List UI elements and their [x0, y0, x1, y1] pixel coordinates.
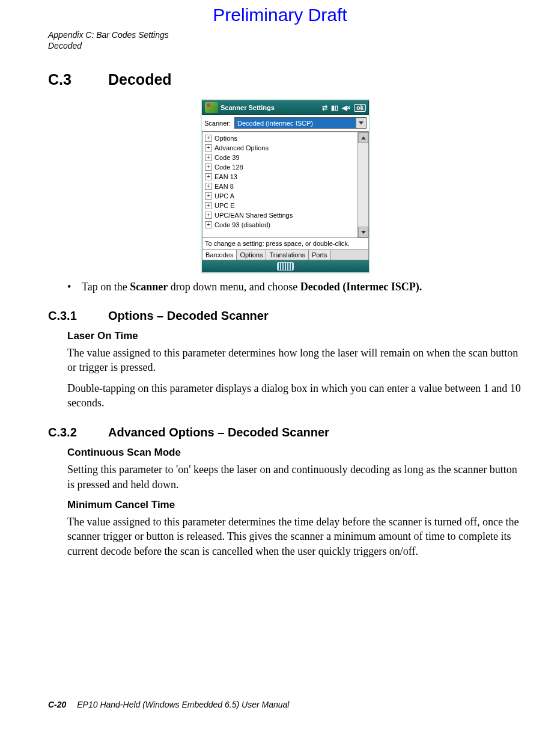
text-run: Tap on the [82, 281, 130, 293]
expand-icon[interactable]: + [205, 221, 212, 228]
tree-item-label: Code 128 [215, 164, 243, 171]
tab-translations[interactable]: Translations [266, 250, 309, 260]
header-line1: Appendix C: Bar Codes Settings [48, 30, 169, 41]
tree-item[interactable]: +UPC E [204, 201, 358, 210]
tree-item[interactable]: +EAN 8 [204, 182, 358, 191]
running-header: Appendix C: Bar Codes Settings Decoded [48, 30, 169, 51]
tab-options[interactable]: Options [237, 250, 266, 260]
embedded-screenshot: Scanner Settings ⇄ ▮▯ ◀× ok Scanner: Dec… [201, 99, 370, 274]
instruction-bullet: • Tap on the Scanner drop down menu, and… [67, 281, 523, 293]
chevron-down-icon[interactable] [356, 118, 366, 128]
tree-item-label: UPC/EAN Shared Settings [215, 212, 293, 219]
scroll-track[interactable] [358, 143, 368, 227]
running-footer: C-20 EP10 Hand-Held (Windows Embedded 6.… [48, 700, 289, 709]
scroll-up-icon[interactable] [358, 132, 368, 143]
tree-item[interactable]: +EAN 13 [204, 172, 358, 182]
scanner-label: Scanner: [204, 120, 231, 127]
param-heading: Minimum Cancel Time [67, 499, 523, 511]
param-heading: Continuous Scan Mode [67, 447, 523, 459]
tree-item-label: EAN 8 [215, 183, 234, 190]
subsection-number: C.3.2 [48, 426, 108, 439]
system-tray: ⇄ ▮▯ ◀× ok [322, 104, 366, 112]
hint-text: To change a setting: press space, or dou… [202, 238, 369, 250]
subsection-title: Advanced Options – Decoded Scanner [108, 426, 329, 439]
expand-icon[interactable]: + [205, 154, 212, 161]
settings-tree: +Options +Advanced Options +Code 39 +Cod… [202, 132, 369, 238]
watermark: Preliminary Draft [0, 5, 560, 25]
scanner-dropdown[interactable]: Decoded (Intermec ISCP) [234, 117, 367, 129]
expand-icon[interactable]: + [205, 135, 212, 142]
section-title: Decoded [108, 71, 172, 88]
expand-icon[interactable]: + [205, 202, 212, 209]
expand-icon[interactable]: + [205, 183, 212, 190]
subsection-number: C.3.1 [48, 309, 108, 323]
scanner-select-row: Scanner: Decoded (Intermec ISCP) [202, 115, 369, 132]
tree-item-label: UPC E [215, 202, 235, 209]
tree-item-label: EAN 13 [215, 173, 237, 180]
tree-item-label: Code 93 (disabled) [215, 221, 270, 228]
expand-icon[interactable]: + [205, 173, 212, 180]
bullet-dot: • [67, 281, 82, 293]
ok-button[interactable]: ok [354, 104, 366, 112]
expand-icon[interactable]: + [205, 212, 212, 219]
section-number: C.3 [48, 71, 108, 88]
text-bold: Decoded (Intermec ISCP). [300, 281, 422, 293]
tree-items: +Options +Advanced Options +Code 39 +Cod… [202, 132, 358, 237]
tree-item[interactable]: +Code 39 [204, 153, 358, 162]
body-paragraph: The value assigned to this parameter det… [67, 515, 523, 558]
text-bold: Scanner [130, 281, 168, 293]
window-titlebar: Scanner Settings ⇄ ▮▯ ◀× ok [202, 100, 369, 115]
scanner-dropdown-value: Decoded (Intermec ISCP) [237, 120, 313, 127]
tab-ports[interactable]: Ports [309, 250, 331, 260]
tree-item[interactable]: +UPC A [204, 191, 358, 201]
tree-item-label: Options [215, 135, 237, 142]
scroll-down-icon[interactable] [358, 227, 368, 237]
tree-item[interactable]: +UPC/EAN Shared Settings [204, 210, 358, 220]
tree-item-label: Advanced Options [215, 144, 269, 151]
subsection-heading: C.3.1 Options – Decoded Scanner [48, 309, 523, 323]
section-heading: C.3 Decoded [48, 71, 523, 88]
signal-icon[interactable]: ▮▯ [331, 104, 338, 112]
keyboard-icon[interactable] [277, 262, 294, 271]
tree-item-label: Code 39 [215, 154, 240, 161]
scrollbar[interactable] [358, 132, 368, 237]
network-icon[interactable]: ⇄ [322, 104, 327, 112]
body-paragraph: Setting this parameter to 'on' keeps the… [67, 462, 523, 492]
text-run: drop down menu, and choose [168, 281, 300, 293]
sip-bar [202, 260, 369, 272]
expand-icon[interactable]: + [205, 144, 212, 151]
subsection-heading: C.3.2 Advanced Options – Decoded Scanner [48, 426, 523, 439]
tab-bar: Barcodes Options Translations Ports [202, 250, 369, 260]
volume-icon[interactable]: ◀× [342, 104, 350, 112]
bullet-text: Tap on the Scanner drop down menu, and c… [82, 281, 422, 293]
header-line2: Decoded [48, 41, 169, 52]
tree-item[interactable]: +Options [204, 133, 358, 143]
tab-barcodes[interactable]: Barcodes [202, 250, 237, 260]
tree-item[interactable]: +Code 93 (disabled) [204, 220, 358, 230]
page-number: C-20 [48, 700, 66, 709]
start-icon[interactable] [205, 102, 218, 113]
param-heading: Laser On Time [67, 330, 523, 342]
tree-item[interactable]: +Code 128 [204, 162, 358, 172]
tree-item[interactable]: +Advanced Options [204, 143, 358, 153]
expand-icon[interactable]: + [205, 164, 212, 171]
footer-text: EP10 Hand-Held (Windows Embedded 6.5) Us… [77, 700, 289, 709]
window-title: Scanner Settings [221, 104, 322, 111]
body-paragraph: The value assigned to this parameter det… [67, 346, 523, 375]
tree-item-label: UPC A [215, 192, 234, 200]
body-paragraph: Double-tapping on this parameter display… [67, 381, 523, 411]
subsection-title: Options – Decoded Scanner [108, 309, 269, 323]
expand-icon[interactable]: + [205, 192, 212, 200]
